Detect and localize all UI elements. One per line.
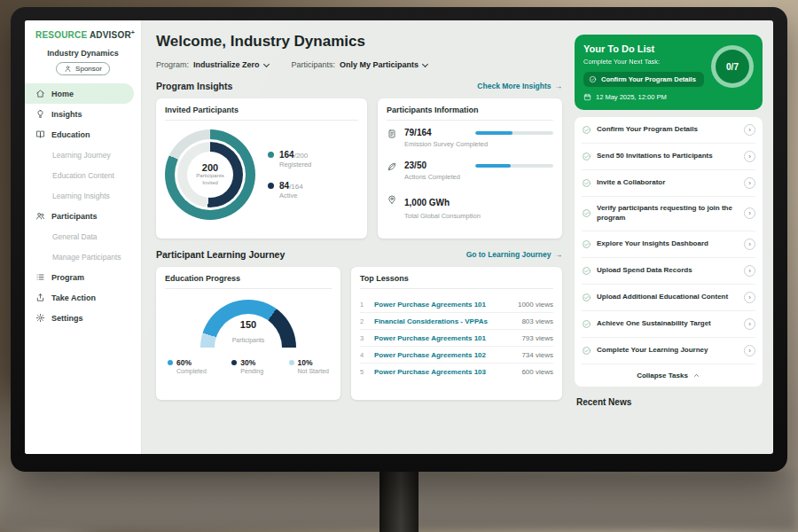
stat-value: 1,000 GWh — [404, 198, 450, 207]
task-item[interactable]: Complete Your Learning Journey › — [582, 338, 755, 364]
due-date-label: 12 May 2025, 12:00 PM — [596, 93, 667, 101]
task-item[interactable]: Explore Your Insights Dashboard › — [582, 231, 755, 258]
org-name: Industry Dynamics — [25, 49, 141, 58]
chevron-right-icon[interactable]: › — [744, 124, 755, 136]
sidebar-item-learning-insights[interactable]: Learning Insights — [25, 185, 134, 206]
sidebar-item-label: General Data — [52, 232, 98, 241]
next-task-label: Confirm Your Program Details — [601, 75, 696, 83]
sidebar-item-education-content[interactable]: Education Content — [25, 165, 134, 185]
chevron-right-icon[interactable]: › — [744, 177, 755, 189]
todo-task-list: Confirm Your Program Details › Send 50 I… — [575, 117, 763, 387]
sidebar-item-education[interactable]: Education — [25, 124, 134, 145]
program-insights-header: Program Insights Check More Insights → — [156, 81, 562, 91]
task-item[interactable]: Invite a Collaborator › — [582, 170, 755, 197]
learning-journey-title: Participant Learning Journey — [156, 249, 285, 260]
participants-filter-dropdown[interactable]: Participants: Only My Participants — [292, 60, 428, 69]
legend-label: Active — [279, 192, 303, 200]
collapse-tasks-button[interactable]: Collapse Tasks — [582, 364, 755, 387]
chevron-right-icon[interactable]: › — [744, 292, 755, 303]
chevron-right-icon[interactable]: › — [744, 151, 755, 162]
sidebar-item-label: Insights — [51, 110, 82, 119]
program-filter-value: Industrialize Zero — [193, 60, 260, 69]
link-label: Check More Insights — [477, 82, 551, 90]
book-icon — [35, 129, 45, 139]
sidebar-item-take-action[interactable]: Take Action — [25, 287, 134, 308]
task-item[interactable]: Confirm Your Program Details › — [582, 117, 755, 144]
task-check-icon — [582, 152, 591, 161]
stat-actions-completed: 23/50 Actions Completed — [387, 160, 553, 181]
legend-value: 164 — [279, 150, 294, 160]
lesson-link[interactable]: Power Purchase Agreements 101 — [374, 301, 511, 309]
upload-icon — [35, 293, 45, 302]
sidebar-item-participants[interactable]: Participants — [25, 206, 134, 226]
sidebar-item-label: Education Content — [52, 171, 114, 180]
brand-primary: RESOURCE — [35, 30, 87, 40]
education-progress-card: Education Progress 150 Participants — [156, 267, 340, 400]
legend-text: 84/164 Active — [279, 181, 303, 200]
next-task-chip[interactable]: Confirm Your Program Details — [583, 72, 704, 87]
app-logo: RESOURCE ADVISOR+ — [25, 29, 141, 40]
task-item[interactable]: Verify participants requesting to join t… — [582, 197, 755, 231]
lesson-row: 5 Power Purchase Agreements 103 600 view… — [360, 364, 553, 379]
legend-dot-registered — [268, 152, 274, 158]
sidebar-item-general-data[interactable]: General Data — [25, 226, 134, 246]
legend-label: Pending — [240, 368, 263, 374]
chevron-right-icon[interactable]: › — [744, 265, 755, 277]
todo-progress-value: 0/7 — [726, 62, 739, 72]
calendar-icon — [583, 93, 591, 101]
arrow-right-icon: → — [555, 82, 563, 90]
legend-item-registered: 164/200 Registered — [268, 150, 311, 168]
lesson-link[interactable]: Power Purchase Agreements 103 — [374, 368, 514, 376]
donut-center-value: 200 — [202, 162, 218, 173]
chevron-right-icon[interactable]: › — [744, 207, 755, 219]
sidebar-item-label: Learning Journey — [52, 151, 111, 160]
program-filter-label: Program: — [156, 60, 189, 69]
collapse-label: Collapse Tasks — [637, 372, 688, 379]
stat-consumption: 1,000 GWh Total Global Consumption — [387, 193, 553, 220]
sidebar-item-insights[interactable]: Insights — [25, 104, 134, 124]
lesson-rank: 4 — [360, 351, 367, 359]
sidebar: RESOURCE ADVISOR+ Industry Dynamics Spon… — [25, 20, 142, 454]
invited-legend: 164/200 Registered 84/164 Active — [268, 150, 311, 200]
chevron-right-icon[interactable]: › — [744, 239, 755, 250]
task-item[interactable]: Achieve One Sustainability Target › — [582, 311, 755, 338]
filters-row: Program: Industrialize Zero Participants… — [156, 60, 562, 69]
sidebar-item-manage-participants[interactable]: Manage Participants — [25, 246, 134, 267]
check-more-insights-link[interactable]: Check More Insights → — [477, 82, 562, 90]
sidebar-nav: Home Insights Education Learning Journey… — [25, 83, 141, 328]
chevron-right-icon[interactable]: › — [744, 345, 755, 356]
task-item[interactable]: Send 50 Invitations to Participants › — [582, 144, 755, 170]
legend-item-not-started: 10% Not Started — [289, 358, 329, 374]
task-item[interactable]: Upload Spend Data Records › — [582, 258, 755, 285]
invited-donut-ring-outer: 200 Participants Invited — [165, 129, 255, 220]
stat-label: Total Global Consumption — [404, 212, 553, 220]
circle-check-icon — [589, 75, 597, 83]
lesson-link[interactable]: Financial Considerations - VPPAs — [374, 317, 514, 325]
chevron-up-icon — [692, 372, 700, 379]
lesson-views: 1000 views — [518, 301, 553, 309]
sidebar-item-label: Take Action — [51, 293, 96, 302]
sidebar-item-settings[interactable]: Settings — [25, 308, 134, 328]
task-check-icon — [582, 266, 591, 276]
lesson-link[interactable]: Power Purchase Agreements 101 — [374, 334, 514, 342]
todo-panel: Your To Do List Complete Your Next Task:… — [571, 20, 773, 454]
arrow-right-icon: → — [555, 250, 563, 259]
sidebar-item-program[interactable]: Program — [25, 267, 134, 287]
invited-card-body: 200 Participants Invited 164/200 Registe… — [165, 128, 358, 220]
next-task-due: 12 May 2025, 12:00 PM — [583, 93, 754, 101]
task-item[interactable]: Upload Additional Educational Content › — [582, 285, 755, 311]
page-title: Welcome, Industry Dynamics — [156, 33, 562, 51]
sidebar-item-label: Participants — [51, 212, 98, 221]
sidebar-item-home[interactable]: Home — [25, 83, 134, 104]
go-to-learning-journey-link[interactable]: Go to Learning Journey → — [466, 250, 562, 259]
lesson-rank: 5 — [360, 368, 367, 376]
lesson-link[interactable]: Power Purchase Agreements 102 — [374, 351, 514, 359]
legend-dot-not-started — [289, 360, 294, 365]
task-label: Upload Spend Data Records — [597, 266, 739, 276]
people-icon — [35, 211, 45, 221]
legend-dot-completed — [168, 360, 173, 365]
sidebar-item-learning-journey[interactable]: Learning Journey — [25, 145, 134, 165]
sponsor-badge[interactable]: Sponsor — [56, 62, 110, 75]
chevron-right-icon[interactable]: › — [744, 318, 755, 330]
program-filter-dropdown[interactable]: Program: Industrialize Zero — [156, 60, 269, 69]
